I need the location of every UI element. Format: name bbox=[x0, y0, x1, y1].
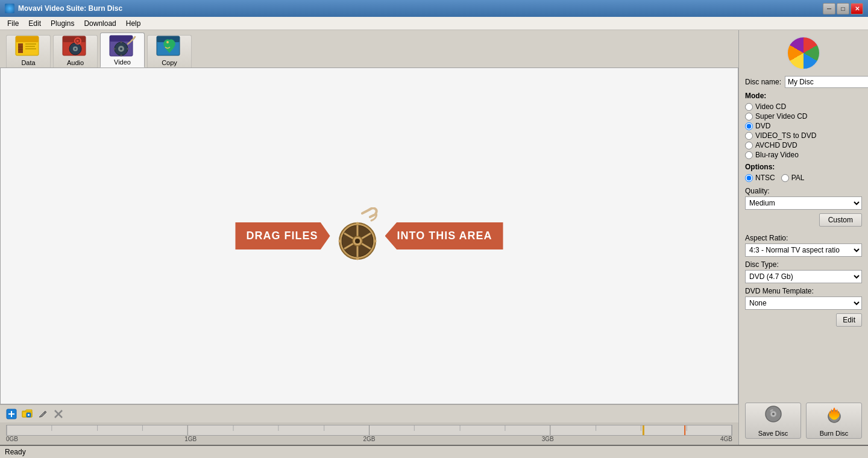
gb-label-4: 4GB bbox=[720, 436, 732, 442]
drag-text-right: INTO THIS AREA bbox=[385, 222, 503, 249]
status-bar: Ready bbox=[0, 445, 868, 458]
mode-avchd-dvd[interactable]: AVCHD DVD bbox=[745, 141, 862, 149]
quality-label: Quality: bbox=[745, 187, 862, 195]
audio-tab-icon bbox=[61, 35, 90, 59]
svg-point-35 bbox=[338, 240, 341, 243]
tab-copy-label: Copy bbox=[162, 59, 177, 66]
tab-copy[interactable]: Copy bbox=[147, 35, 192, 67]
disc-type-select[interactable]: DVD (4.7 Gb) DVD DL (8.5 Gb) CD (700 Mb) bbox=[745, 270, 862, 283]
gb-label-2: 2GB bbox=[363, 436, 375, 442]
tab-data-label: Data bbox=[21, 59, 35, 66]
right-panel: Disc name: Mode: Video CD Super Video CD… bbox=[738, 30, 868, 445]
disc-type-label: Disc Type: bbox=[745, 260, 862, 269]
dvd-menu-template-select[interactable]: None bbox=[745, 296, 862, 310]
ruler-area bbox=[0, 422, 738, 436]
video-tab-icon bbox=[108, 34, 137, 58]
mode-dvd[interactable]: DVD bbox=[745, 122, 862, 130]
mode-video-cd[interactable]: Video CD bbox=[745, 102, 862, 111]
menu-bar: File Edit Plugins Download Help bbox=[0, 17, 868, 30]
svg-rect-9 bbox=[63, 36, 86, 42]
svg-rect-15 bbox=[110, 36, 133, 42]
option-ntsc[interactable]: NTSC bbox=[745, 174, 775, 182]
svg-point-21 bbox=[114, 48, 116, 50]
content-area[interactable]: DRAG FILES bbox=[0, 67, 738, 404]
logo-area bbox=[745, 36, 862, 70]
menu-edit[interactable]: Edit bbox=[24, 18, 46, 29]
tab-audio[interactable]: Audio bbox=[53, 35, 98, 67]
gb-label-1: 1GB bbox=[184, 436, 197, 442]
film-reel-icon bbox=[329, 207, 386, 265]
close-button[interactable]: ✕ bbox=[851, 3, 863, 14]
custom-button-row: Custom bbox=[745, 213, 862, 230]
dvd-menu-template-row: DVD Menu Template: None bbox=[745, 287, 862, 310]
burn-disc-icon bbox=[825, 405, 843, 427]
tab-video[interactable]: Video bbox=[100, 33, 145, 67]
svg-point-68 bbox=[772, 413, 775, 415]
svg-rect-7 bbox=[25, 48, 36, 49]
gb-labels: 0GB 1GB 2GB 3GB 4GB bbox=[0, 436, 738, 445]
svg-rect-6 bbox=[25, 46, 35, 47]
svg-rect-2 bbox=[18, 43, 23, 53]
aspect-ratio-select[interactable]: 4:3 - Normal TV aspect ratio 16:9 - Wide… bbox=[745, 243, 862, 257]
disc-name-input[interactable] bbox=[785, 76, 868, 88]
svg-rect-1 bbox=[16, 36, 39, 42]
menu-download[interactable]: Download bbox=[79, 18, 121, 29]
drag-area: DRAG FILES bbox=[235, 207, 503, 265]
data-tab-icon bbox=[14, 35, 43, 59]
edit-button-row: Edit bbox=[745, 313, 862, 327]
svg-point-25 bbox=[166, 41, 169, 43]
svg-point-12 bbox=[75, 48, 77, 50]
options-label: Options: bbox=[745, 163, 862, 171]
svg-point-34 bbox=[356, 257, 359, 260]
custom-button[interactable]: Custom bbox=[819, 213, 862, 227]
aspect-ratio-label: Aspect Ratio: bbox=[745, 234, 862, 242]
options-row: NTSC PAL bbox=[745, 174, 862, 183]
svg-point-32 bbox=[355, 239, 360, 243]
save-disc-icon bbox=[764, 405, 782, 427]
burn-disc-button[interactable]: Burn Disc bbox=[806, 403, 862, 439]
left-area: Data Audio bbox=[0, 30, 738, 445]
minimize-button[interactable]: ─ bbox=[823, 3, 835, 14]
svg-point-22 bbox=[127, 48, 129, 50]
mode-super-video-cd[interactable]: Super Video CD bbox=[745, 112, 862, 121]
svg-point-33 bbox=[356, 222, 359, 225]
svg-rect-5 bbox=[25, 43, 36, 45]
tab-video-label: Video bbox=[114, 58, 131, 66]
menu-file[interactable]: File bbox=[2, 18, 24, 29]
drag-text-left: DRAG FILES bbox=[235, 222, 330, 249]
copy-tab-icon bbox=[155, 35, 184, 59]
big-buttons-area: Save Disc bbox=[745, 397, 862, 439]
menu-help[interactable]: Help bbox=[121, 18, 146, 29]
main-area: Data Audio bbox=[0, 30, 868, 445]
disc-name-label: Disc name: bbox=[745, 78, 781, 86]
mode-bluray-video[interactable]: Blu-ray Video bbox=[745, 151, 862, 159]
option-pal[interactable]: PAL bbox=[781, 174, 805, 182]
dvd-menu-template-label: DVD Menu Template: bbox=[745, 287, 862, 295]
maximize-button[interactable]: □ bbox=[837, 3, 849, 14]
svg-point-19 bbox=[121, 42, 122, 43]
gb-label-0: 0GB bbox=[6, 436, 18, 442]
add-folder-button[interactable] bbox=[20, 407, 34, 421]
disc-name-row: Disc name: bbox=[745, 76, 862, 88]
quality-select[interactable]: Medium Low High Best bbox=[745, 196, 862, 210]
tab-data[interactable]: Data bbox=[6, 35, 51, 67]
gb-label-3: 3GB bbox=[542, 436, 554, 442]
disc-type-row: Disc Type: DVD (4.7 Gb) DVD DL (8.5 Gb) … bbox=[745, 260, 862, 283]
delete-button[interactable] bbox=[52, 407, 65, 421]
window-controls: ─ □ ✕ bbox=[823, 3, 863, 14]
aspect-ratio-row: Aspect Ratio: 4:3 - Normal TV aspect rat… bbox=[745, 234, 862, 257]
edit-button[interactable]: Edit bbox=[836, 313, 862, 327]
add-button[interactable] bbox=[5, 407, 18, 421]
svg-point-20 bbox=[121, 55, 122, 57]
window-title: Movavi Video Suite: Burn Disc bbox=[18, 4, 122, 13]
movavi-logo bbox=[787, 36, 820, 70]
rename-button[interactable] bbox=[36, 407, 49, 421]
status-text: Ready bbox=[5, 448, 26, 456]
menu-plugins[interactable]: Plugins bbox=[46, 18, 79, 29]
tab-audio-label: Audio bbox=[67, 59, 84, 66]
ruler-svg bbox=[7, 425, 732, 435]
save-disc-button[interactable]: Save Disc bbox=[745, 403, 801, 439]
tab-bar: Data Audio bbox=[0, 30, 738, 67]
mode-radio-group: Video CD Super Video CD DVD VIDEO_TS to … bbox=[745, 102, 862, 160]
mode-video-ts-dvd[interactable]: VIDEO_TS to DVD bbox=[745, 131, 862, 140]
